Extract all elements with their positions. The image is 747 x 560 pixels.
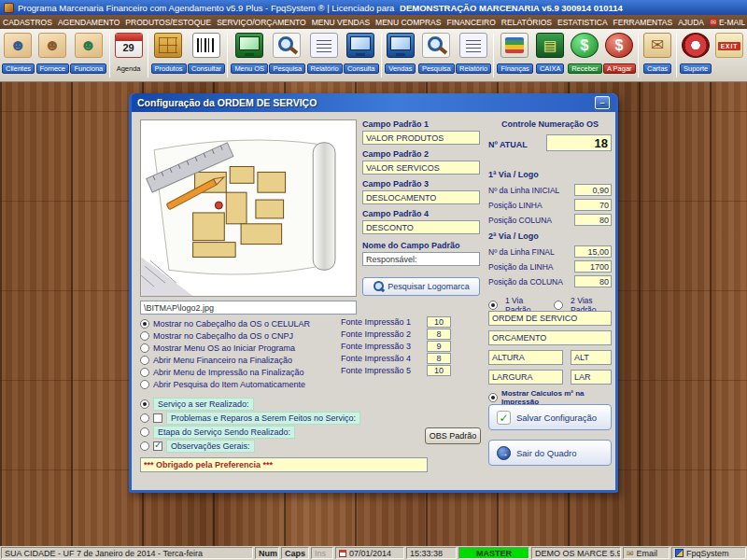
largura-input[interactable] (488, 370, 563, 385)
toolbar-button-consulta[interactable]: Consulta (343, 32, 379, 76)
toolbar-button-pesquisa-os[interactable]: Pesquisa (268, 32, 305, 76)
campo-3-label: Campo Padrão 3 (362, 179, 480, 189)
employee-icon (75, 33, 103, 58)
via1-header: 1ª Via / Logo (488, 170, 539, 179)
search-icon (422, 33, 450, 58)
checkbox-problemas-reparos[interactable] (153, 413, 162, 423)
menu-item-menu-compras[interactable]: MENU COMPRAS (373, 18, 444, 27)
toolbar-button-agenda[interactable]: Agenda (112, 32, 146, 76)
toolbar-separator (227, 34, 228, 77)
menu-item-email[interactable]: ✉E-MAIL (707, 18, 747, 27)
toolbar-button-financas[interactable]: Finanças (496, 32, 533, 76)
status-location: SUA CIDADE - UF 7 de Janeiro de 2014 - T… (1, 547, 253, 559)
option-label: Abrir Menu Financeiro na Finalização (153, 356, 292, 365)
menu-item-produtos-estoque[interactable]: PRODUTOS/ESTOQUE (122, 18, 214, 27)
nome-campo-input[interactable] (362, 252, 480, 266)
radio-1-via-padrao[interactable] (488, 301, 498, 310)
fonte-4-input[interactable] (427, 353, 451, 364)
toolbar-button-relatorio-os[interactable]: Relatório (306, 32, 343, 76)
toolbar-button-menu-os[interactable]: Menu OS (230, 32, 268, 76)
service-row: Observações Gerais: (140, 440, 255, 452)
radio-observacoes-gerais[interactable] (140, 441, 149, 451)
radio-mostrar-calculos[interactable] (488, 393, 498, 402)
radio-etapa-servico[interactable] (140, 427, 149, 437)
toolbar-caption: A Pagar (603, 63, 636, 74)
logo-path-input[interactable] (140, 301, 357, 315)
fonte-5-input[interactable] (427, 365, 451, 376)
toolbar-caption: Cartas (643, 63, 671, 74)
menu-item-financeiro[interactable]: FINANCEIRO (444, 18, 498, 27)
toolbar-button-exit[interactable]: EXIT (712, 32, 746, 59)
app-titlebar[interactable]: Programa Marcenaria Financeiro com Agend… (0, 0, 747, 15)
campo-1-input[interactable] (362, 131, 480, 145)
campo-4-input[interactable] (362, 220, 480, 234)
pesquisar-logomarca-button[interactable]: Pesquisar Logomarca (362, 277, 480, 296)
footer-message-input[interactable] (140, 457, 428, 472)
status-email[interactable]: ✉Email (623, 547, 669, 559)
posicao-coluna-1-input[interactable] (574, 214, 612, 226)
fonte-3-input[interactable] (427, 341, 451, 352)
fpqsystem-icon (675, 549, 684, 557)
lar-input[interactable] (571, 370, 612, 385)
linha-final-input[interactable] (574, 245, 612, 258)
toolbar-button-pesquisa-vendas[interactable]: Pesquisa (417, 32, 455, 76)
toolbar-caption: Pesquisa (269, 63, 305, 74)
campo-2-input[interactable] (362, 161, 480, 175)
radio-menu-os-start[interactable] (140, 343, 149, 353)
toolbar-button-suporte[interactable]: Suporte (679, 32, 712, 76)
toolbar-button-consultar[interactable]: Consultar (187, 32, 225, 76)
numbering-title: Controle Numeração OS (488, 119, 612, 129)
fonte-2-input[interactable] (427, 329, 451, 340)
radio-servico-realizado[interactable] (140, 399, 149, 409)
fonte-row: Fonte Impressão 4 (341, 353, 451, 364)
menu-item-ajuda[interactable]: AJUDA (675, 18, 707, 27)
toolbar-button-cartas[interactable]: Cartas (641, 32, 674, 76)
toolbar-caption: CAIXA (536, 63, 565, 74)
radio-pesquisa-item[interactable] (140, 380, 149, 389)
toolbar-button-receber[interactable]: Receber (567, 32, 602, 76)
menu-item-cadastros[interactable]: CADASTROS (0, 18, 55, 27)
salvar-configuracao-button[interactable]: Salvar Configuração (488, 404, 612, 430)
radio-menu-financeiro[interactable] (140, 356, 149, 365)
dialog-titlebar[interactable]: Configuração da ORDEM DE SERVIÇO – (132, 93, 615, 112)
toolbar-button-funcionarios[interactable]: Funciona (69, 32, 106, 76)
posicao-linha-2-input[interactable] (574, 260, 612, 273)
menu-item-menu-vendas[interactable]: MENU VENDAS (309, 18, 373, 27)
toolbar-button-produtos[interactable]: Produtos (150, 32, 187, 76)
posicao-coluna-2-input[interactable] (574, 275, 612, 287)
radio-menu-impressao[interactable] (140, 368, 149, 377)
fonte-1-input[interactable] (427, 316, 451, 328)
sair-do-quadro-button[interactable]: Sair do Quadro (488, 440, 612, 466)
posicao-linha-1-input[interactable] (574, 199, 612, 211)
toolbar-button-caixa[interactable]: CAIXA (533, 32, 567, 76)
campo-3-input[interactable] (362, 190, 480, 204)
toolbar-button-fornecedores[interactable]: Fornece (35, 32, 70, 76)
altura-input[interactable] (488, 350, 563, 365)
radio-show-cnpj[interactable] (140, 331, 149, 341)
radio-show-celular[interactable] (140, 319, 149, 329)
toolbar-button-clientes[interactable]: Clientes (1, 32, 35, 76)
row-label: Nº da Linha INICIAL (488, 186, 559, 195)
ordem-servico-name-input[interactable] (488, 311, 612, 326)
menu-item-estatistica[interactable]: ESTATISTICA (555, 18, 611, 27)
numero-atual-input[interactable] (546, 134, 612, 151)
linha-inicial-input[interactable] (574, 184, 612, 196)
pesquisar-logomarca-label: Pesquisar Logomarca (388, 282, 470, 291)
menu-item-relatorios[interactable]: RELATÓRIOS (499, 18, 555, 27)
service-label: Observações Gerais: (166, 440, 255, 453)
menu-item-agendamento[interactable]: AGENDAMENTO (55, 18, 122, 27)
alt-input[interactable] (571, 350, 612, 365)
menu-item-ferramentas[interactable]: FERRAMENTAS (611, 18, 676, 27)
products-icon (154, 33, 182, 58)
toolbar-button-relatorio-vendas[interactable]: Relatório (455, 32, 491, 76)
radio-problemas-reparos[interactable] (140, 413, 149, 423)
checkbox-observacoes-gerais[interactable] (153, 441, 162, 451)
menu-item-servico-orcamento[interactable]: SERVIÇO/ORÇAMENTO (214, 18, 309, 27)
radio-2-vias-padrao[interactable] (554, 301, 563, 310)
dialog-minimize-button[interactable]: – (595, 96, 610, 109)
orcamento-name-input[interactable] (488, 330, 612, 345)
toolbar-button-a-pagar[interactable]: A Pagar (602, 32, 636, 76)
obs-padrao-button[interactable]: OBS Padrão (425, 427, 481, 444)
row-label: Posição da LINHA (488, 262, 553, 272)
toolbar-button-vendas[interactable]: Vendas (384, 32, 417, 76)
